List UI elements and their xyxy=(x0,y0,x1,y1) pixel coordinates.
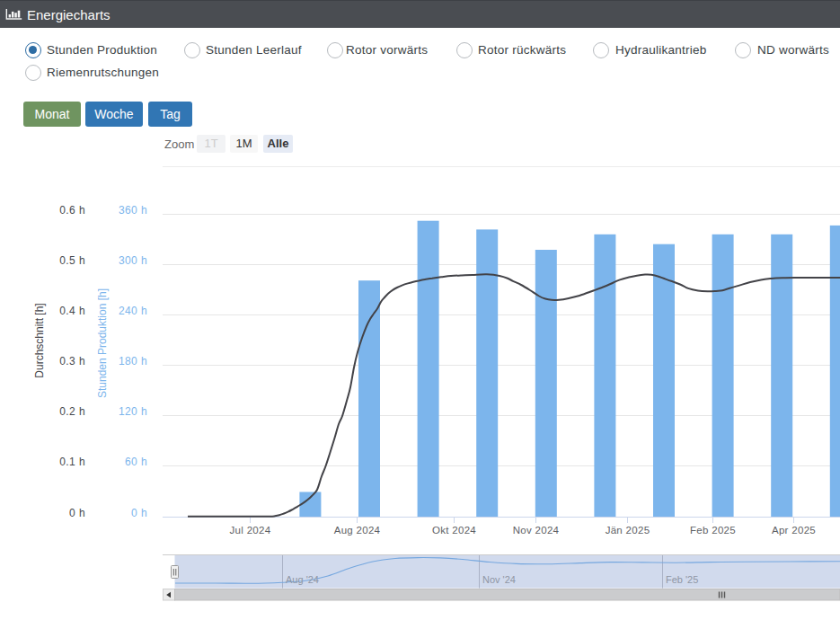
svg-text:0 h: 0 h xyxy=(131,507,147,519)
svg-text:240 h: 240 h xyxy=(119,305,147,317)
svg-text:0.2 h: 0.2 h xyxy=(59,405,85,418)
svg-text:Apr 2025: Apr 2025 xyxy=(772,525,816,536)
svg-text:Okt 2024: Okt 2024 xyxy=(432,525,476,536)
svg-text:Jän 2025: Jän 2025 xyxy=(606,525,650,536)
svg-text:Aug 2024: Aug 2024 xyxy=(334,525,381,536)
svg-text:180 h: 180 h xyxy=(119,355,147,368)
svg-text:Feb 2025: Feb 2025 xyxy=(690,525,736,536)
svg-text:Jul 2024: Jul 2024 xyxy=(230,525,271,536)
svg-text:Stunden Produktion [h]: Stunden Produktion [h] xyxy=(96,288,109,398)
svg-text:60 h: 60 h xyxy=(125,456,147,468)
svg-text:Nov 2024: Nov 2024 xyxy=(513,525,560,536)
svg-text:Nov '24: Nov '24 xyxy=(482,574,516,585)
svg-text:0 h: 0 h xyxy=(69,507,85,519)
svg-text:360 h: 360 h xyxy=(119,204,147,217)
svg-text:Feb '25: Feb '25 xyxy=(666,574,698,585)
svg-text:Durchschnitt [h]: Durchschnitt [h] xyxy=(33,303,46,377)
svg-text:0.3 h: 0.3 h xyxy=(59,355,85,368)
svg-text:Aug '24: Aug '24 xyxy=(286,574,319,585)
svg-text:0.1 h: 0.1 h xyxy=(59,456,85,468)
svg-text:120 h: 120 h xyxy=(119,405,147,418)
svg-text:0.5 h: 0.5 h xyxy=(59,254,85,267)
svg-text:300 h: 300 h xyxy=(119,254,147,267)
svg-text:0.4 h: 0.4 h xyxy=(59,305,85,317)
svg-text:0.6 h: 0.6 h xyxy=(59,204,85,217)
